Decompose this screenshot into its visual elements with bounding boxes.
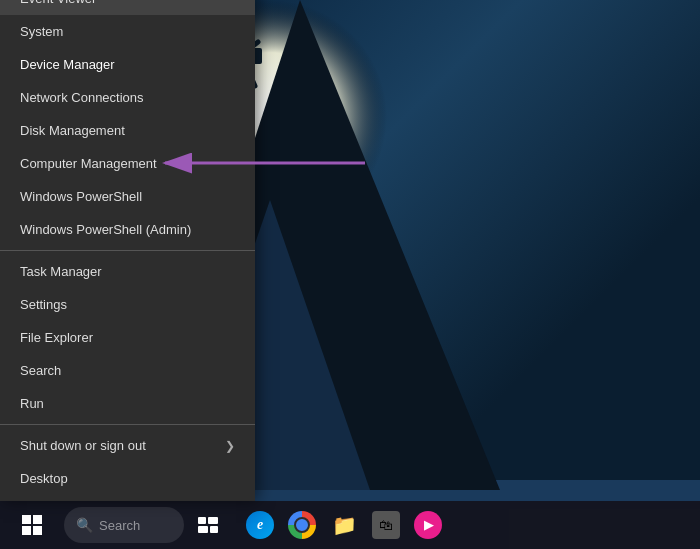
menu-item-device-manager[interactable]: Device Manager bbox=[0, 48, 255, 81]
taskbar-search[interactable]: 🔍 Search bbox=[64, 507, 184, 543]
menu-item-file-explorer[interactable]: File Explorer bbox=[0, 321, 255, 354]
menu-item-settings[interactable]: Settings bbox=[0, 288, 255, 321]
svg-rect-14 bbox=[208, 517, 218, 524]
store-button[interactable]: 🛍 bbox=[366, 505, 406, 545]
user-avatar-icon: ▶ bbox=[414, 511, 442, 539]
menu-item-windows-powershell[interactable]: Windows PowerShell bbox=[0, 180, 255, 213]
folder-icon: 📁 bbox=[332, 513, 357, 537]
menu-item-search[interactable]: Search bbox=[0, 354, 255, 387]
start-button[interactable] bbox=[8, 501, 56, 549]
context-menu: Apps and Features Mobility Center Power … bbox=[0, 0, 255, 501]
svg-rect-16 bbox=[210, 526, 218, 533]
svg-rect-13 bbox=[198, 517, 206, 524]
menu-item-windows-powershell-admin[interactable]: Windows PowerShell (Admin) bbox=[0, 213, 255, 246]
menu-divider-2 bbox=[0, 424, 255, 425]
menu-item-event-viewer[interactable]: Event Viewer bbox=[0, 0, 255, 15]
chrome-icon bbox=[288, 511, 316, 539]
menu-item-desktop[interactable]: Desktop bbox=[0, 462, 255, 495]
menu-item-network-connections[interactable]: Network Connections bbox=[0, 81, 255, 114]
taskbar-app-icons: e 📁 🛍 ▶ bbox=[240, 505, 448, 545]
user-button[interactable]: ▶ bbox=[408, 505, 448, 545]
chrome-button[interactable] bbox=[282, 505, 322, 545]
edge-icon: e bbox=[246, 511, 274, 539]
task-view-icon bbox=[198, 517, 218, 533]
task-view-button[interactable] bbox=[188, 505, 228, 545]
menu-item-shut-down[interactable]: Shut down or sign out ❯ bbox=[0, 429, 255, 462]
svg-rect-15 bbox=[198, 526, 208, 533]
menu-item-disk-management[interactable]: Disk Management bbox=[0, 114, 255, 147]
menu-item-task-manager[interactable]: Task Manager bbox=[0, 255, 255, 288]
store-icon: 🛍 bbox=[372, 511, 400, 539]
search-label: Search bbox=[99, 518, 140, 533]
submenu-arrow-icon: ❯ bbox=[225, 439, 235, 453]
menu-item-computer-management[interactable]: Computer Management bbox=[0, 147, 255, 180]
menu-item-system[interactable]: System bbox=[0, 15, 255, 48]
taskbar: 🔍 Search e 📁 🛍 ▶ bbox=[0, 501, 700, 549]
windows-logo-icon bbox=[22, 515, 42, 535]
search-icon: 🔍 bbox=[76, 517, 93, 533]
edge-button[interactable]: e bbox=[240, 505, 280, 545]
menu-item-run[interactable]: Run bbox=[0, 387, 255, 420]
file-explorer-button[interactable]: 📁 bbox=[324, 505, 364, 545]
menu-divider-1 bbox=[0, 250, 255, 251]
